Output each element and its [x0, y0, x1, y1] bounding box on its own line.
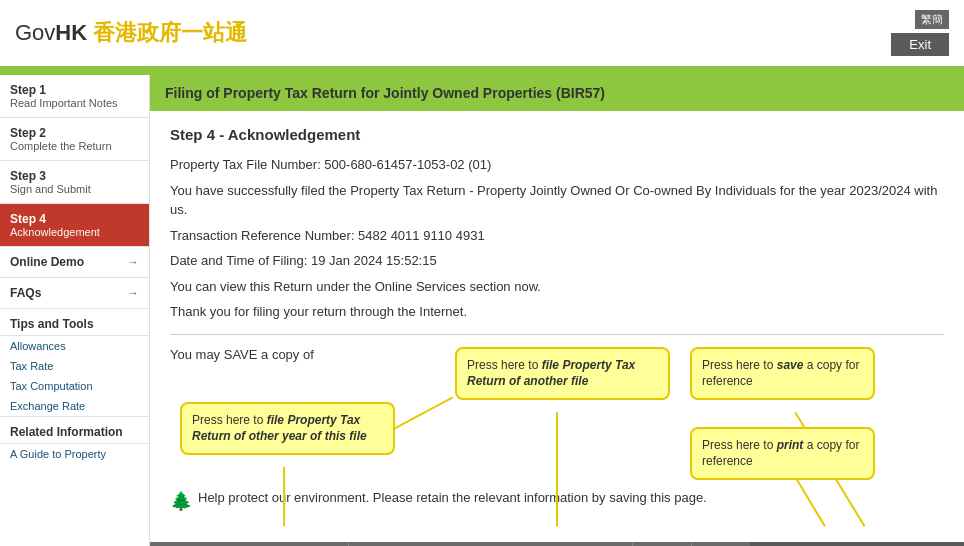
sidebar-item-online-demo[interactable]: Online Demo → [0, 247, 149, 278]
lang-button[interactable]: 繁簡 [915, 10, 949, 29]
step3-sub: Sign and Submit [10, 183, 139, 195]
tooltip-area: You may SAVE a copy of Press here [170, 347, 944, 527]
sidebar-step1[interactable]: Step 1 Read Important Notes [0, 75, 149, 118]
sidebar-step2[interactable]: Step 2 Complete the Return [0, 118, 149, 161]
online-demo-label: Online Demo [10, 255, 84, 269]
content-area: Filing of Property Tax Return for Jointl… [150, 75, 964, 546]
transaction-ref: Transaction Reference Number: 5482 4011 … [170, 226, 944, 246]
site-logo: GovHK 香港政府一站通 [15, 18, 247, 48]
tree-icon: 🌲 [170, 490, 192, 512]
step2-title: Step 2 [10, 126, 139, 140]
sidebar-step4[interactable]: Step 4 Acknowledgement [0, 204, 149, 247]
tooltip-file-other-year: Press here to file Property Tax Return o… [180, 402, 395, 456]
bottom-bar-buttons: File Other Year Tax Return File Property… [150, 542, 750, 547]
bottom-bar-wrapper: File Other Year Tax Return File Property… [150, 542, 964, 547]
env-note-text: Help protect our environment. Please ret… [198, 490, 707, 505]
bottom-bar: File Other Year Tax Return File Property… [150, 542, 964, 547]
view-online: You can view this Return under the Onlin… [170, 277, 944, 297]
env-note: 🌲 Help protect our environment. Please r… [170, 490, 944, 512]
step4-title: Step 4 [10, 212, 139, 226]
sidebar-item-faqs[interactable]: FAQs → [0, 278, 149, 309]
related-information-title: Related Information [0, 416, 149, 444]
sidebar: Step 1 Read Important Notes Step 2 Compl… [0, 75, 150, 546]
faqs-arrow: → [127, 286, 139, 300]
file-another-button[interactable]: File Property Tax Return Of Another File [349, 542, 633, 547]
step1-sub: Read Important Notes [10, 97, 139, 109]
tooltip-save: Press here to save a copy for reference [690, 347, 875, 401]
sidebar-link-tax-computation[interactable]: Tax Computation [0, 376, 149, 396]
divider [170, 334, 944, 335]
tooltip-print: Press here to print a copy for reference [690, 427, 875, 481]
tooltip-file-another-file: Press here to file Property Tax Return o… [455, 347, 670, 401]
step-heading: Step 4 - Acknowledgement [170, 126, 944, 143]
step1-title: Step 1 [10, 83, 139, 97]
logo-gov: Gov [15, 20, 55, 45]
logo-chinese: 香港政府一站通 [93, 20, 247, 45]
sidebar-link-guide-property[interactable]: A Guide to Property [0, 444, 149, 464]
date-time: Date and Time of Filing: 19 Jan 2024 15:… [170, 251, 944, 271]
faqs-label: FAQs [10, 286, 41, 300]
content-header: Filing of Property Tax Return for Jointl… [150, 75, 964, 111]
content-header-title: Filing of Property Tax Return for Jointl… [165, 85, 605, 101]
save-button[interactable]: Save [692, 542, 750, 547]
thank-you: Thank you for filing your return through… [170, 302, 944, 322]
content-body: Step 4 - Acknowledgement Property Tax Fi… [150, 111, 964, 542]
online-demo-arrow: → [127, 255, 139, 269]
main-layout: Step 1 Read Important Notes Step 2 Compl… [0, 75, 964, 546]
step2-sub: Complete the Return [10, 140, 139, 152]
sidebar-link-tax-rate[interactable]: Tax Rate [0, 356, 149, 376]
header: GovHK 香港政府一站通 繁簡 Exit [0, 0, 964, 69]
logo-hk: HK [55, 20, 87, 45]
step3-title: Step 3 [10, 169, 139, 183]
sidebar-link-exchange-rate[interactable]: Exchange Rate [0, 396, 149, 416]
file-number-line: Property Tax File Number: 500-680-61457-… [170, 155, 944, 175]
success-message: You have successfully filed the Property… [170, 181, 944, 220]
sidebar-link-allowances[interactable]: Allowances [0, 336, 149, 356]
sidebar-step3[interactable]: Step 3 Sign and Submit [0, 161, 149, 204]
exit-button[interactable]: Exit [891, 33, 949, 56]
tips-tools-title: Tips and Tools [0, 309, 149, 336]
step4-sub: Acknowledgement [10, 226, 139, 238]
print-button[interactable]: Print [633, 542, 692, 547]
file-other-year-button[interactable]: File Other Year Tax Return [150, 542, 349, 547]
header-right: 繁簡 Exit [891, 10, 949, 56]
